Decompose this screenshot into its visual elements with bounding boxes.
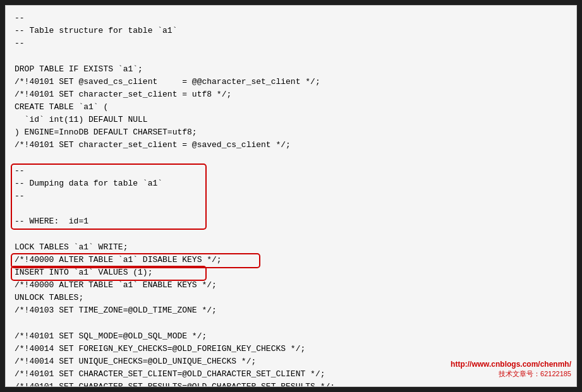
code-line: `id` int(11) DEFAULT NULL	[15, 114, 567, 126]
watermark-text: http://www.cnblogs.com/chenmh/	[451, 360, 571, 369]
code-line: UNLOCK TABLES;	[15, 292, 567, 304]
code-line: /*!40014 SET FOREIGN_KEY_CHECKS=@OLD_FOR…	[15, 343, 567, 355]
code-line: /*!40000 ALTER TABLE `a1` ENABLE KEYS */…	[15, 279, 567, 292]
code-line	[15, 228, 567, 241]
code-line: -- Dumping data for table `a1`	[15, 177, 567, 190]
code-line: /*!40000 ALTER TABLE `a1` DISABLE KEYS *…	[15, 254, 567, 266]
code-line: /*!40101 SET CHARACTER_SET_RESULTS=@OLD_…	[15, 381, 567, 386]
screenshot-container: -- -- Table structure for table `a1` -- …	[5, 5, 577, 387]
code-line: --	[15, 12, 567, 25]
code-line: CREATE TABLE `a1` (	[15, 101, 567, 114]
code-line: ) ENGINE=InnoDB DEFAULT CHARSET=utf8;	[15, 126, 567, 139]
code-line: -- Table structure for table `a1`	[15, 25, 567, 37]
code-line: /*!40101 SET SQL_MODE=@OLD_SQL_MODE */;	[15, 330, 567, 343]
code-line: -- WHERE: id=1	[15, 215, 567, 228]
code-area: -- -- Table structure for table `a1` -- …	[6, 6, 576, 386]
watermark-sub-text: 技术文章号：62122185	[499, 369, 571, 379]
code-line: /*!40101 SET character_set_client = @sav…	[15, 139, 567, 151]
code-line	[15, 152, 567, 165]
code-line: INSERT INTO `a1` VALUES (1);	[15, 266, 567, 279]
code-line: LOCK TABLES `a1` WRITE;	[15, 241, 567, 254]
code-line: DROP TABLE IF EXISTS `a1`;	[15, 63, 567, 76]
code-line: --	[15, 37, 567, 50]
code-line: /*!40101 SET @saved_cs_client = @@charac…	[15, 76, 567, 88]
code-line: /*!40103 SET TIME_ZONE=@OLD_TIME_ZONE */…	[15, 304, 567, 317]
code-line	[15, 50, 567, 62]
code-line: /*!40101 SET CHARACTER_SET_CLIENT=@OLD_C…	[15, 368, 567, 381]
code-line: /*!40101 SET character_set_client = utf8…	[15, 88, 567, 101]
code-line: --	[15, 190, 567, 203]
code-line	[15, 317, 567, 330]
code-line	[15, 203, 567, 215]
code-line: --	[15, 165, 567, 177]
